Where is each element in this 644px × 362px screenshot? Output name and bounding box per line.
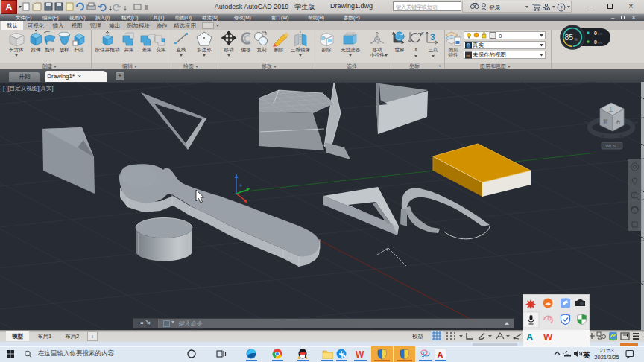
svg-text:上: 上 bbox=[608, 107, 613, 112]
svg-text:?: ? bbox=[560, 5, 563, 10]
svg-text:右: 右 bbox=[616, 119, 621, 125]
svg-text:登录: 登录 bbox=[489, 4, 501, 11]
svg-text:WCS: WCS bbox=[606, 144, 616, 148]
svg-text:[-][自定义视图][真实]: [-][自定义视图][真实] bbox=[3, 85, 54, 92]
svg-text:前: 前 bbox=[603, 118, 608, 124]
